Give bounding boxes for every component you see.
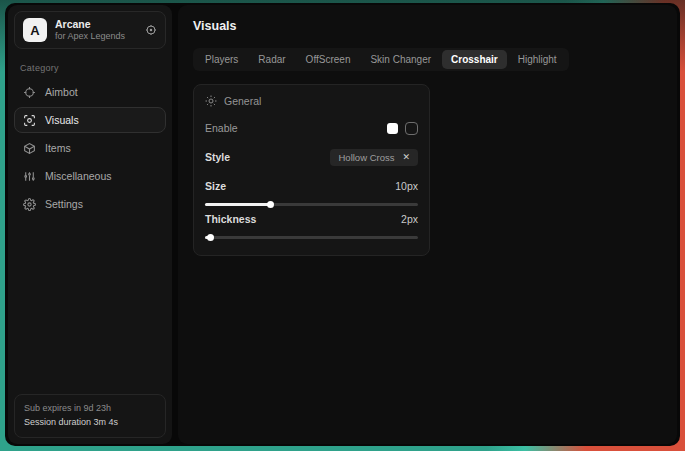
clear-style-icon[interactable]: ✕ — [402, 153, 410, 162]
size-slider[interactable] — [205, 200, 418, 209]
brand-card: A Arcane for Apex Legends — [14, 11, 166, 49]
style-label: Style — [205, 151, 230, 163]
sidebar-item-settings[interactable]: Settings — [14, 191, 166, 217]
tab-players[interactable]: Players — [196, 50, 247, 69]
visuals-tabbar: Players Radar OffScreen Skin Changer Cro… — [193, 48, 569, 71]
sidebar-item-label: Visuals — [45, 114, 79, 126]
size-slider-thumb[interactable] — [267, 201, 274, 208]
panel-title: General — [224, 95, 261, 107]
brand-logo: A — [23, 18, 47, 42]
page-title: Visuals — [193, 19, 662, 33]
tab-offscreen[interactable]: OffScreen — [297, 50, 360, 69]
sidebar-item-label: Aimbot — [45, 86, 78, 98]
enable-checkbox[interactable] — [405, 122, 418, 135]
style-row: Style Hollow Cross ✕ — [205, 147, 418, 167]
scan-eye-icon — [23, 114, 36, 127]
color-swatch[interactable] — [387, 123, 398, 134]
sidebar-item-visuals[interactable]: Visuals — [14, 107, 166, 133]
tab-radar[interactable]: Radar — [249, 50, 294, 69]
tab-crosshair[interactable]: Crosshair — [442, 50, 507, 69]
tab-skin-changer[interactable]: Skin Changer — [361, 50, 440, 69]
size-label: Size — [205, 180, 226, 192]
subscription-info-card: Sub expires in 9d 23h Session duration 3… — [14, 394, 166, 438]
main-content: Visuals Players Radar OffScreen Skin Cha… — [178, 5, 677, 444]
sidebar-item-label: Miscellaneous — [45, 170, 112, 182]
sidebar-nav: Aimbot Visuals Items — [14, 79, 166, 217]
brand-name: Arcane — [55, 18, 137, 31]
thickness-value: 2px — [401, 213, 418, 225]
session-duration-text: Session duration 3m 4s — [24, 416, 156, 430]
target-icon[interactable] — [145, 24, 157, 36]
tab-highlight[interactable]: Highlight — [509, 50, 566, 69]
sidebar: A Arcane for Apex Legends Category — [8, 5, 172, 444]
style-selected-value: Hollow Cross — [338, 152, 394, 163]
thickness-label: Thickness — [205, 213, 256, 225]
sliders-icon — [23, 170, 36, 183]
thickness-slider[interactable] — [205, 233, 418, 242]
gear-icon — [205, 95, 217, 107]
category-label: Category — [20, 63, 166, 73]
thickness-slider-thumb[interactable] — [207, 234, 214, 241]
enable-label: Enable — [205, 122, 238, 134]
sidebar-item-aimbot[interactable]: Aimbot — [14, 79, 166, 105]
size-value: 10px — [395, 180, 418, 192]
general-panel: General Enable Style Hollow Cross ✕ Size… — [193, 84, 430, 256]
brand-subtitle: for Apex Legends — [55, 31, 137, 42]
sidebar-item-miscellaneous[interactable]: Miscellaneous — [14, 163, 166, 189]
sidebar-item-label: Items — [45, 142, 71, 154]
thickness-row: Thickness 2px — [205, 209, 418, 229]
gear-icon — [23, 198, 36, 211]
crosshair-icon — [23, 86, 36, 99]
sub-expires-text: Sub expires in 9d 23h — [24, 402, 156, 416]
cube-icon — [23, 142, 36, 155]
style-select[interactable]: Hollow Cross ✕ — [330, 149, 418, 166]
enable-row: Enable — [205, 118, 418, 138]
app-window: A Arcane for Apex Legends Category — [5, 3, 680, 446]
size-row: Size 10px — [205, 176, 418, 196]
sidebar-item-items[interactable]: Items — [14, 135, 166, 161]
sidebar-item-label: Settings — [45, 198, 83, 210]
